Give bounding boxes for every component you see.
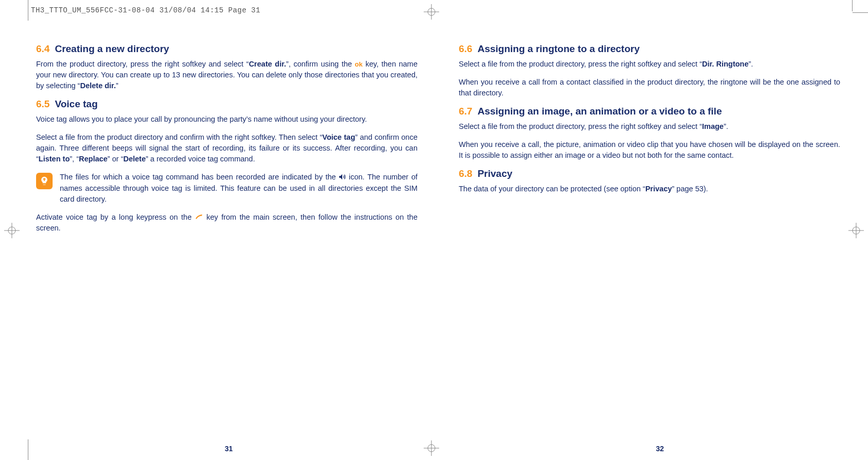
section-number: 6.7: [459, 106, 472, 117]
registration-mark-icon: [424, 4, 439, 20]
body-text: From the product directory, press the ri…: [36, 59, 418, 91]
section-title: Privacy: [477, 168, 512, 179]
registration-mark-icon: [848, 223, 864, 238]
section-6-7-heading: 6.7Assigning an image, an animation or a…: [459, 106, 840, 117]
body-text: Select a file from the product directory…: [459, 59, 840, 70]
page-right: 6.6Assigning a ringtone to a directory S…: [459, 37, 840, 241]
speaker-icon: [339, 172, 346, 183]
section-number: 6.8: [459, 168, 472, 179]
section-6-4-heading: 6.4Creating a new directory: [36, 43, 418, 55]
crop-mark: [28, 0, 28, 21]
body-text: Activate voice tag by a long keypress on…: [36, 212, 418, 234]
section-title: Voice tag: [55, 98, 97, 109]
section-number: 6.4: [36, 43, 49, 54]
print-header: TH3_TTTO_UM_556FCC-31-08-04 31/08/04 14:…: [31, 6, 260, 14]
section-6-5-heading: 6.5Voice tag: [36, 98, 418, 110]
section-number: 6.6: [459, 43, 472, 54]
body-text: Select a file from the product directory…: [459, 121, 840, 132]
section-6-8-heading: 6.8Privacy: [459, 168, 840, 179]
tip-text: The files for which a voice tag command …: [60, 172, 418, 205]
section-number: 6.5: [36, 98, 49, 109]
section-title: Assigning a ringtone to a directory: [477, 43, 640, 54]
page-number-left: 31: [225, 445, 233, 453]
section-title: Assigning an image, an animation or a vi…: [477, 106, 722, 117]
body-text: Voice tag allows you to place your call …: [36, 114, 418, 125]
section-title: Creating a new directory: [55, 43, 169, 54]
lightbulb-icon: [36, 173, 53, 189]
body-text: Select a file from the product directory…: [36, 132, 418, 165]
section-6-6-heading: 6.6Assigning a ringtone to a directory: [459, 43, 840, 55]
tip-callout: The files for which a voice tag command …: [36, 172, 418, 205]
registration-mark-icon: [424, 440, 439, 456]
body-text: When you receive a call from a contact c…: [459, 77, 840, 98]
crop-mark: [853, 12, 868, 13]
body-text: The data of your directory can be protec…: [459, 184, 840, 194]
ok-key-icon: ok: [355, 60, 362, 68]
page-left: 6.4Creating a new directory From the pro…: [36, 37, 418, 241]
crop-mark: [28, 439, 28, 460]
body-text: When you receive a call, the picture, an…: [459, 139, 840, 161]
call-key-icon: [195, 212, 203, 223]
registration-mark-icon: [4, 223, 20, 238]
page-number-right: 32: [656, 445, 664, 453]
crop-mark: [852, 0, 853, 11]
